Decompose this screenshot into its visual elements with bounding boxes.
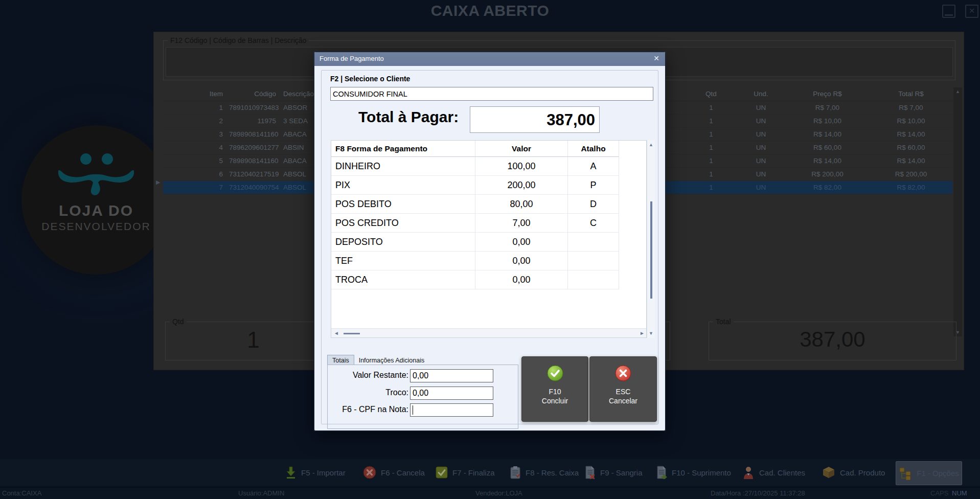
total-group-label: Total — [713, 317, 734, 326]
cell — [568, 233, 619, 252]
dialog-close-icon[interactable]: ✕ — [653, 54, 659, 62]
cell: DINHEIRO — [331, 157, 475, 176]
cell: POS CREDITO — [331, 214, 475, 233]
bottom-toolbar: F5 - ImportarF6 - CancelaF7 - FinalizaF8… — [0, 459, 980, 486]
logo-line1: LOJA DO — [21, 202, 171, 219]
payment-method-row[interactable]: PIX200,00P — [331, 176, 646, 195]
payment-method-row[interactable]: DINHEIRO100,00A — [331, 157, 646, 176]
cell: 1 — [686, 115, 737, 127]
toolbar-item-tree[interactable]: F1 - Opções — [896, 461, 962, 485]
toolbar-item-doc-add[interactable]: F10 - Suprimento — [656, 463, 731, 482]
dialog-title: Forma de Pagamento — [320, 55, 384, 62]
cell: UN — [737, 115, 785, 127]
cell: P — [568, 176, 619, 195]
status-conta: Conta:CAIXA — [2, 489, 41, 497]
import-icon — [285, 466, 297, 479]
cell: 0,00 — [475, 270, 568, 289]
scrollbar-thumb[interactable] — [344, 333, 360, 334]
client-input[interactable] — [330, 87, 653, 101]
field-label: Valor Restante: — [330, 371, 408, 380]
scroll-up-icon[interactable]: ▲ — [953, 89, 962, 94]
cancel-icon — [363, 466, 376, 479]
window-title: CAIXA ABERTO — [0, 2, 980, 19]
cell: A — [568, 157, 619, 176]
toolbar-item-box[interactable]: Cad. Produto — [822, 463, 885, 482]
tab-totais[interactable]: Totais — [327, 355, 354, 365]
cell: 1 — [686, 101, 737, 114]
toolbar-item-label: F8 - Res. Caixa — [526, 468, 579, 477]
logo-smile-icon — [54, 151, 138, 204]
cell: R$ 200,00 — [785, 168, 870, 180]
cell: DEPOSITO — [331, 233, 475, 252]
qty-group-label: Qtd — [170, 317, 187, 326]
payment-method-row[interactable]: TROCA0,00 — [331, 270, 646, 289]
tab-informacoes-adicionais[interactable]: Informações Adicionais — [354, 355, 429, 365]
status-caps: CAPS — [930, 489, 948, 497]
scroll-right-icon[interactable]: ► — [640, 330, 645, 336]
payment-method-row[interactable]: DEPOSITO0,00 — [331, 233, 646, 252]
x-circle-icon — [615, 365, 631, 383]
payment-table-header: F8 Forma de PagamentoValorAtalho — [331, 141, 646, 157]
cell: 1 — [686, 128, 737, 141]
items-vertical-scrollbar[interactable]: ▲ ▼ — [953, 87, 962, 336]
payment-dialog: Forma de Pagamento ✕ F2 | Selecione o Cl… — [314, 52, 666, 431]
cell: 1 — [163, 101, 229, 114]
payment-vertical-scrollbar[interactable]: ▲ ▼ — [647, 140, 655, 338]
scrollbar-thumb[interactable] — [650, 201, 652, 299]
toolbar-item-doc-remove[interactable]: F9 - Sangria — [584, 463, 643, 482]
dialog-titlebar[interactable]: Forma de Pagamento ✕ — [314, 52, 665, 66]
cell: 7 — [163, 181, 229, 194]
cell: 7898908141160 — [229, 154, 279, 167]
payment-method-row[interactable]: POS DEBITO80,00D — [331, 195, 646, 214]
payment-method-row[interactable]: TEF0,00 — [331, 252, 646, 270]
column-header: Atalho — [568, 141, 619, 157]
doc-remove-icon — [584, 466, 596, 479]
column-header: Total R$ — [870, 87, 952, 101]
cell: 1 — [686, 168, 737, 180]
total-to-pay-value: 387,00 — [470, 106, 600, 133]
cell: 7891010973483 — [229, 101, 279, 114]
toolbar-item-label: Cad. Clientes — [759, 468, 805, 477]
scroll-up-icon[interactable]: ▲ — [647, 142, 655, 147]
cancel-button[interactable]: ESC Cancelar — [589, 356, 657, 422]
cell: 200,00 — [475, 176, 568, 195]
cell: 1 — [686, 154, 737, 167]
toolbar-item-import[interactable]: F5 - Importar — [285, 463, 346, 482]
cell: UN — [737, 168, 785, 180]
cancel-label: Cancelar — [609, 396, 637, 405]
cell: R$ 82,00 — [870, 181, 952, 194]
cell: UN — [737, 181, 785, 194]
toolbar-item-person[interactable]: Cad. Clientes — [742, 463, 805, 482]
text-caret — [413, 405, 413, 415]
cell: R$ 60,00 — [870, 141, 952, 154]
scroll-left-icon[interactable]: ◄ — [334, 330, 339, 336]
field-input[interactable]: 0,00 — [410, 369, 493, 382]
field-input[interactable]: 0,00 — [410, 387, 493, 400]
close-icon[interactable]: ✕ — [965, 5, 978, 18]
cell: R$ 7,00 — [785, 101, 870, 114]
field-input[interactable] — [410, 403, 493, 417]
payment-method-row[interactable]: POS CREDITO7,00C — [331, 214, 646, 233]
toolbar-item-clipboard[interactable]: F8 - Res. Caixa — [510, 463, 579, 482]
cell: R$ 14,00 — [785, 128, 870, 141]
doc-add-icon — [656, 466, 667, 479]
confirm-button[interactable]: F10 Concluir — [521, 356, 588, 422]
column-header: Item — [163, 87, 229, 101]
column-header: Und. — [737, 87, 785, 101]
cell: R$ 10,00 — [870, 115, 952, 127]
toolbar-item-cancel[interactable]: F6 - Cancela — [363, 463, 425, 482]
confirm-label: Concluir — [542, 396, 568, 405]
cell: UN — [737, 101, 785, 114]
minimize-icon[interactable] — [942, 5, 955, 18]
column-header: Qtd — [686, 87, 737, 101]
column-header: Valor — [475, 141, 568, 157]
cell: UN — [737, 128, 785, 141]
payment-horizontal-scrollbar[interactable]: ◄ ► — [331, 328, 646, 337]
toolbar-item-finalize[interactable]: F7 - Finaliza — [436, 463, 495, 482]
selected-row-marker-icon: ▶ — [156, 179, 160, 186]
cell: 1 — [686, 181, 737, 194]
scroll-down-icon[interactable]: ▼ — [647, 331, 655, 336]
cell: UN — [737, 154, 785, 167]
cell: 7896209601277 — [229, 141, 279, 154]
cell — [568, 252, 619, 270]
